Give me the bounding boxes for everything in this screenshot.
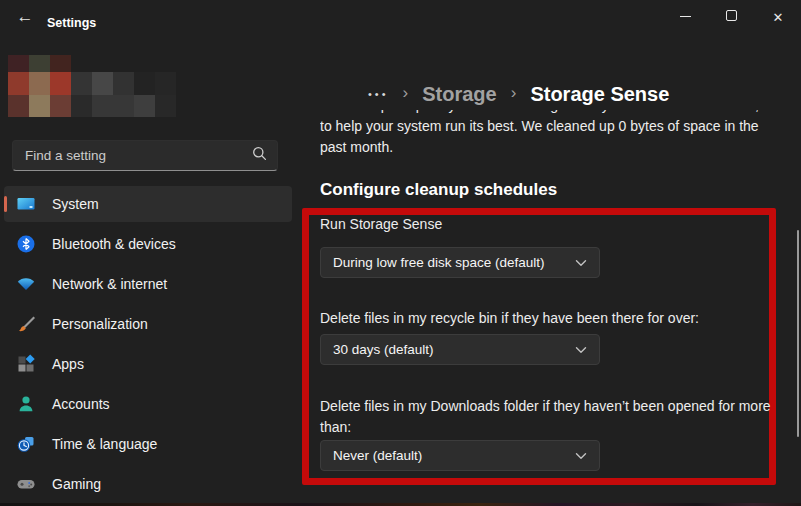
sidebar: Find a setting System Bluetooth & device… [0, 40, 300, 506]
minimize-button[interactable] [663, 0, 709, 36]
apps-icon [16, 354, 36, 374]
sidebar-item-label: Time & language [52, 436, 157, 452]
maximize-button[interactable] [709, 0, 755, 36]
sidebar-item-label: System [52, 196, 99, 212]
system-icon [16, 194, 36, 214]
sidebar-item-label: Network & internet [52, 276, 167, 292]
recycle-bin-cleanup-label: Delete files in my recycle bin if they h… [320, 308, 772, 329]
sidebar-item-label: Gaming [52, 476, 101, 492]
window-controls: ✕ [663, 0, 801, 36]
dropdown-value: 30 days (default) [333, 342, 575, 357]
recycle-bin-cleanup-dropdown[interactable]: 30 days (default) [320, 334, 600, 365]
dropdown-value: During low free disk space (default) [333, 255, 575, 270]
user-avatar-pixelated[interactable] [8, 55, 176, 117]
chevron-down-icon [575, 346, 587, 354]
back-button[interactable]: ← [8, 2, 42, 32]
vertical-scrollbar[interactable] [797, 230, 799, 437]
sidebar-item-apps[interactable]: Apps [4, 346, 292, 382]
sidebar-item-label: Bluetooth & devices [52, 236, 176, 252]
chevron-down-icon [575, 259, 587, 267]
chevron-down-icon [575, 452, 587, 460]
settings-nav: System Bluetooth & devices Network & int… [4, 186, 296, 506]
sidebar-item-label: Personalization [52, 316, 148, 332]
window-title: Settings [47, 16, 96, 30]
wifi-icon [16, 274, 36, 294]
sidebar-item-system[interactable]: System [4, 186, 292, 222]
sidebar-item-personalization[interactable]: Personalization [4, 306, 292, 342]
sidebar-item-label: Apps [52, 356, 84, 372]
downloads-cleanup-dropdown[interactable]: Never (default) [320, 440, 600, 471]
selection-accent-pill [4, 196, 7, 212]
page-title: Storage Sense [530, 83, 669, 106]
bluetooth-icon [16, 234, 36, 254]
titlebar: ← Settings ✕ [0, 0, 801, 40]
run-storage-sense-label: Run Storage Sense [320, 214, 772, 235]
sidebar-item-accounts[interactable]: Accounts [4, 386, 292, 422]
gamepad-icon [16, 474, 36, 494]
maximize-icon [726, 10, 737, 21]
search-icon [252, 146, 267, 165]
dropdown-value: Never (default) [333, 448, 575, 463]
sidebar-item-gaming[interactable]: Gaming [4, 466, 292, 502]
breadcrumb-storage[interactable]: Storage [422, 83, 496, 106]
paintbrush-icon [16, 314, 36, 334]
settings-window: ← Settings ✕ Find a setting System [0, 0, 801, 506]
chevron-right-icon: › [403, 83, 409, 106]
section-heading: Configure cleanup schedules [320, 180, 557, 200]
description-line: to help your system run its best. We cle… [320, 116, 780, 137]
search-placeholder: Find a setting [25, 148, 252, 163]
search-input[interactable]: Find a setting [12, 140, 278, 171]
main-content: ••• › Storage › Storage Sense to clean u… [300, 40, 801, 506]
sidebar-item-network-internet[interactable]: Network & internet [4, 266, 292, 302]
minimize-icon [680, 16, 691, 17]
close-button[interactable]: ✕ [755, 0, 801, 36]
breadcrumb-overflow-button[interactable]: ••• [368, 78, 389, 110]
clock-icon [16, 434, 36, 454]
person-icon [16, 394, 36, 414]
sidebar-item-time-language[interactable]: Time & language [4, 426, 292, 462]
chevron-right-icon: › [511, 83, 517, 106]
sidebar-item-label: Accounts [52, 396, 110, 412]
run-storage-sense-dropdown[interactable]: During low free disk space (default) [320, 247, 600, 278]
description-line: past month. [320, 137, 780, 158]
sidebar-item-bluetooth-devices[interactable]: Bluetooth & devices [4, 226, 292, 262]
downloads-cleanup-label: Delete files in my Downloads folder if t… [320, 396, 772, 438]
breadcrumb: ••• › Storage › Storage Sense [368, 78, 669, 110]
